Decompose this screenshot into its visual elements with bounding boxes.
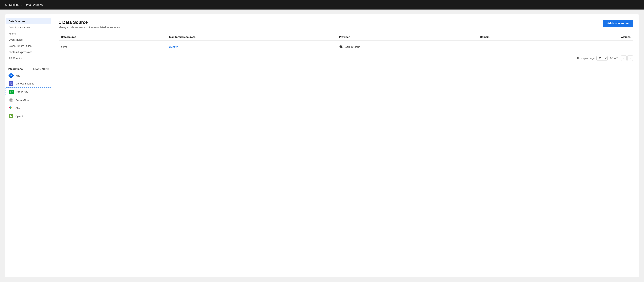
- table-header: Data Source Monitored Resources Provider…: [59, 34, 633, 41]
- sidebar-item-label: Event Rules: [9, 38, 22, 41]
- cell-domain: [478, 41, 555, 53]
- settings-label: Settings: [9, 3, 19, 6]
- table-header-row: Data Source Monitored Resources Provider…: [59, 34, 633, 41]
- cell-provider: GitHub Cloud: [337, 41, 478, 53]
- sidebar-item-microsoft-teams[interactable]: T Microsoft Teams: [6, 80, 51, 88]
- svg-rect-10: [10, 107, 11, 108]
- pagerduty-icon: pd: [9, 89, 14, 94]
- col-header-domain: Domain: [478, 34, 555, 41]
- integrations-header: Integrations LEARN MORE: [5, 66, 52, 72]
- prev-page-button[interactable]: ‹: [621, 55, 626, 61]
- content-card: Data Sources Data Source Hosts Filters E…: [5, 14, 639, 277]
- add-code-server-button[interactable]: Add code server: [603, 20, 633, 27]
- svg-text:T: T: [11, 83, 12, 85]
- learn-more-link[interactable]: LEARN MORE: [33, 68, 49, 70]
- sidebar-item-slack[interactable]: Slack: [6, 104, 51, 112]
- sidebar-item-pagerduty[interactable]: pd PagerDuty: [6, 88, 51, 96]
- breadcrumb-separator: /: [22, 3, 22, 6]
- sidebar-item-splunk[interactable]: ▶ Splunk: [6, 112, 51, 120]
- slack-icon: [9, 106, 14, 110]
- cell-data-source: demo: [59, 41, 167, 53]
- servicenow-icon: SN: [9, 98, 14, 103]
- sidebar: Data Sources Data Source Hosts Filters E…: [5, 14, 52, 277]
- topbar: ⚙ Settings / Data Sources: [0, 0, 644, 10]
- gear-icon: ⚙: [5, 3, 8, 7]
- col-header-actions: Actions: [555, 34, 633, 41]
- svg-point-14: [10, 107, 10, 108]
- sidebar-item-custom-expressions[interactable]: Custom Expressions: [6, 49, 51, 55]
- pagination-row: Rows per page: 25 50 100 1-1 of 1 ‹ ›: [59, 53, 633, 63]
- sidebar-item-label: Global Ignore Rules: [9, 45, 32, 47]
- sidebar-item-global-ignore-rules[interactable]: Global Ignore Rules: [6, 43, 51, 49]
- data-source-name: demo: [61, 45, 68, 48]
- integration-label: ServiceNow: [16, 99, 29, 102]
- sidebar-item-label: Filters: [9, 32, 16, 35]
- sidebar-item-jira[interactable]: ◆ Jira: [6, 72, 51, 80]
- sidebar-item-label: Data Source Hosts: [9, 26, 30, 29]
- actions-menu-button[interactable]: ⋮: [624, 44, 630, 50]
- provider-cell: GitHub Cloud: [339, 45, 475, 49]
- svg-point-15: [10, 107, 11, 108]
- data-sources-table: Data Source Monitored Resources Provider…: [59, 34, 633, 53]
- panel-header: 1 Data Source Manage code servers and th…: [59, 20, 633, 29]
- table-row: demo 3 Active: [59, 41, 633, 53]
- breadcrumb-page: Data Sources: [24, 3, 42, 7]
- svg-text:SN: SN: [10, 99, 13, 101]
- page-info: 1-1 of 1: [610, 57, 619, 60]
- sidebar-item-label: Custom Expressions: [9, 51, 32, 54]
- sidebar-item-event-rules[interactable]: Event Rules: [6, 37, 51, 43]
- integration-label: PagerDuty: [16, 90, 28, 93]
- panel-subtitle: Manage code servers and the associated r…: [59, 26, 120, 29]
- provider-name: GitHub Cloud: [345, 45, 360, 48]
- main-wrapper: Data Sources Data Source Hosts Filters E…: [0, 10, 644, 282]
- sidebar-item-data-source-hosts[interactable]: Data Source Hosts: [6, 24, 51, 31]
- table-body: demo 3 Active: [59, 41, 633, 53]
- cell-monitored-resources: 3 Active: [167, 41, 337, 53]
- cell-actions: ⋮: [555, 41, 633, 53]
- panel-title-block: 1 Data Source Manage code servers and th…: [59, 20, 120, 29]
- integration-label: Splunk: [16, 115, 24, 118]
- panel-title: 1 Data Source: [59, 20, 120, 25]
- col-header-monitored-resources: Monitored Resources: [167, 34, 337, 41]
- teams-icon: T: [9, 81, 14, 86]
- sidebar-item-data-sources[interactable]: Data Sources: [6, 18, 51, 24]
- next-page-button[interactable]: ›: [627, 55, 633, 61]
- svg-point-16: [11, 107, 12, 108]
- main-panel: 1 Data Source Manage code servers and th…: [52, 14, 639, 277]
- integration-label: Jira: [16, 74, 20, 77]
- sidebar-item-filters[interactable]: Filters: [6, 31, 51, 37]
- github-icon: [339, 45, 343, 49]
- splunk-icon: ▶: [9, 114, 14, 118]
- sidebar-item-label: PR Checks: [9, 57, 22, 60]
- monitored-resources-link[interactable]: 3 Active: [169, 45, 178, 48]
- integration-label: Microsoft Teams: [16, 82, 34, 85]
- col-header-data-source: Data Source: [59, 34, 167, 41]
- integrations-label: Integrations: [8, 67, 22, 70]
- sidebar-item-pr-checks[interactable]: PR Checks: [6, 55, 51, 61]
- svg-point-17: [10, 108, 11, 109]
- rows-per-page-label: Rows per page:: [577, 57, 595, 60]
- sidebar-divider: [5, 64, 52, 64]
- rows-per-page: Rows per page: 25 50 100: [577, 56, 608, 61]
- col-header-provider: Provider: [337, 34, 478, 41]
- integration-label: Slack: [16, 107, 22, 110]
- sidebar-item-label: Data Sources: [9, 20, 25, 23]
- page-nav: ‹ ›: [621, 55, 633, 61]
- rows-per-page-select[interactable]: 25 50 100: [596, 56, 608, 61]
- sidebar-item-servicenow[interactable]: SN ServiceNow: [6, 96, 51, 104]
- jira-icon: ◆: [9, 73, 14, 78]
